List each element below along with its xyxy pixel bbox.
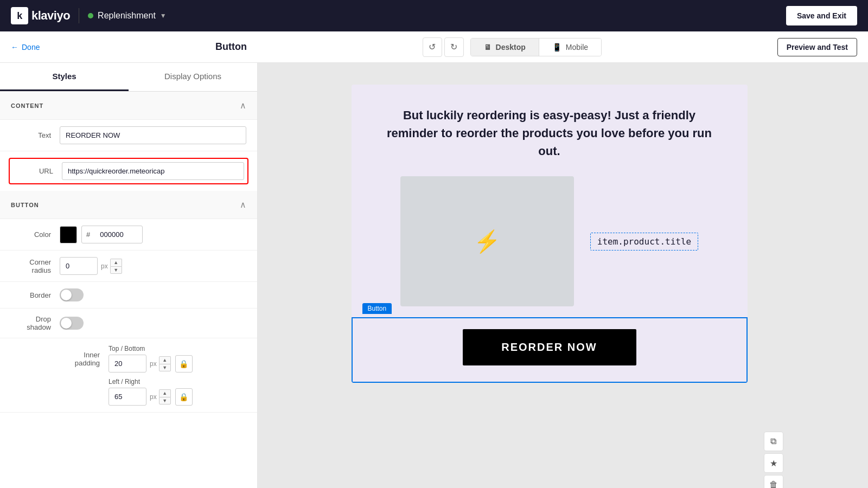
preview-test-button[interactable]: Preview and Test [777, 38, 857, 56]
button-section: REORDER NOW [352, 317, 748, 383]
status-indicator [88, 13, 93, 18]
corner-radius-unit: px [101, 262, 108, 270]
drop-shadow-field-row: Drop shadow [0, 309, 257, 338]
content-section-header: CONTENT ∧ [0, 92, 257, 120]
content-collapse-button[interactable]: ∧ [240, 100, 246, 111]
duplicate-tool-button[interactable]: ⧉ [764, 432, 783, 451]
left-right-lock[interactable]: 🔒 [175, 388, 193, 406]
color-field-row: Color # [0, 219, 257, 251]
inner-padding-label: Inner padding [60, 351, 108, 367]
product-title-placeholder[interactable]: item.product.title [590, 233, 698, 251]
product-image-icon: ⚡ [474, 229, 501, 254]
tabs-row: Styles Display Options [0, 63, 257, 92]
tab-styles[interactable]: Styles [0, 63, 129, 91]
side-toolbar: ⧉ ★ 🗑 [764, 432, 783, 488]
left-right-group: Left / Right px ▲ ▼ 🔒 [108, 378, 193, 406]
view-toggle-group: 🖥 Desktop 📱 Mobile [470, 38, 602, 56]
text-field-input[interactable] [60, 126, 246, 144]
drop-shadow-toggle[interactable] [60, 317, 84, 330]
color-field-label: Color [11, 230, 60, 239]
nav-divider [79, 8, 79, 23]
text-field-label: Text [11, 131, 60, 139]
corner-radius-up[interactable]: ▲ [110, 259, 122, 266]
email-text-section: But luckily reordering is easy-peasy! Ju… [352, 85, 748, 176]
url-field-container: URL [0, 151, 257, 191]
left-panel: Styles Display Options CONTENT ∧ Text UR… [0, 63, 258, 488]
top-bottom-group: Top / Bottom px ▲ ▼ 🔒 [108, 345, 193, 373]
button-collapse-button[interactable]: ∧ [240, 200, 246, 210]
padding-row-main: Inner padding Top / Bottom px ▲ ▼ 🔒 [60, 345, 193, 373]
top-bottom-input[interactable] [108, 355, 146, 373]
left-right-input[interactable] [108, 388, 146, 406]
button-label-tag: Button [362, 303, 392, 314]
top-bottom-down[interactable]: ▼ [159, 364, 171, 371]
color-input[interactable] [94, 226, 138, 243]
border-toggle-knob [61, 290, 72, 300]
border-toggle[interactable] [60, 288, 84, 301]
email-headline: But luckily reordering is easy-peasy! Ju… [384, 106, 715, 160]
drop-shadow-label: Drop shadow [11, 315, 60, 331]
klaviyo-logo: k klaviyo [11, 7, 70, 24]
campaign-name[interactable]: Replenishment ▼ [88, 11, 167, 21]
corner-radius-label: Corner radius [11, 258, 60, 274]
drop-shadow-toggle-knob [61, 318, 72, 329]
top-bottom-label: Top / Bottom [108, 345, 193, 352]
color-swatch[interactable] [60, 226, 77, 243]
page-title: Button [215, 41, 247, 53]
undo-redo-group: ↺ ↻ [423, 37, 464, 57]
border-label: Border [11, 291, 60, 299]
product-row: ⚡ item.product.title [352, 176, 748, 317]
border-field-row: Border [0, 282, 257, 309]
top-bottom-arrows: ▲ ▼ [159, 356, 171, 371]
preview-area: But luckily reordering is easy-peasy! Ju… [258, 63, 868, 488]
corner-radius-down[interactable]: ▼ [110, 266, 122, 274]
logo-text: klaviyo [31, 9, 70, 23]
desktop-view-button[interactable]: 🖥 Desktop [471, 38, 539, 56]
top-bottom-lock[interactable]: 🔒 [175, 355, 193, 373]
corner-radius-input[interactable] [60, 257, 98, 275]
back-arrow-icon: ← [11, 43, 18, 52]
done-back-button[interactable]: ← Done [11, 43, 40, 52]
main-layout: Styles Display Options CONTENT ∧ Text UR… [0, 63, 868, 488]
email-container-outer: But luckily reordering is easy-peasy! Ju… [258, 63, 868, 404]
undo-button[interactable]: ↺ [423, 37, 442, 57]
desktop-label: Desktop [496, 43, 526, 52]
left-right-up[interactable]: ▲ [159, 389, 171, 397]
hash-symbol: # [86, 230, 90, 239]
url-field-label: URL [13, 167, 62, 175]
corner-radius-arrows: ▲ ▼ [110, 259, 122, 274]
desktop-icon: 🖥 [484, 43, 492, 52]
mobile-label: Mobile [566, 43, 588, 52]
product-image-placeholder: ⚡ [400, 176, 574, 306]
nav-left: k klaviyo Replenishment ▼ [11, 7, 167, 24]
logo-icon: k [11, 7, 28, 24]
url-field-input[interactable] [62, 162, 244, 180]
tab-display-options[interactable]: Display Options [129, 63, 257, 91]
redo-button[interactable]: ↻ [444, 37, 464, 57]
secondary-navigation: ← Done Button ↺ ↻ 🖥 Desktop 📱 Mobile Pre… [0, 31, 868, 63]
email-canvas: But luckily reordering is easy-peasy! Ju… [352, 85, 748, 383]
color-control: # [60, 226, 143, 243]
panel-content: CONTENT ∧ Text URL BUTTON ∧ [0, 92, 257, 413]
content-section-title: CONTENT [11, 102, 43, 109]
save-exit-button[interactable]: Save and Exit [786, 6, 857, 25]
trash-tool-button[interactable]: 🗑 [764, 475, 783, 488]
left-right-group-row: Left / Right px ▲ ▼ 🔒 [60, 378, 193, 406]
left-right-down[interactable]: ▼ [159, 397, 171, 404]
button-section-wrapper: Button REORDER NOW [352, 317, 748, 383]
campaign-title: Replenishment [98, 11, 156, 21]
star-tool-button[interactable]: ★ [764, 453, 783, 473]
top-navigation: k klaviyo Replenishment ▼ Save and Exit [0, 0, 868, 31]
button-section-header: BUTTON ∧ [0, 191, 257, 219]
url-highlight-wrapper: URL [9, 158, 248, 184]
corner-radius-field-row: Corner radius px ▲ ▼ [0, 251, 257, 282]
top-bottom-stepper: px ▲ ▼ 🔒 [108, 355, 193, 373]
button-section-title: BUTTON [11, 202, 39, 208]
top-bottom-up[interactable]: ▲ [159, 356, 171, 364]
mobile-view-button[interactable]: 📱 Mobile [539, 38, 601, 56]
left-right-label: Left / Right [108, 378, 193, 386]
campaign-dropdown-icon[interactable]: ▼ [160, 12, 167, 20]
reorder-now-button[interactable]: REORDER NOW [463, 329, 636, 365]
corner-radius-stepper: px ▲ ▼ [60, 257, 122, 275]
inner-padding-field-row: Inner padding Top / Bottom px ▲ ▼ 🔒 [0, 338, 257, 413]
